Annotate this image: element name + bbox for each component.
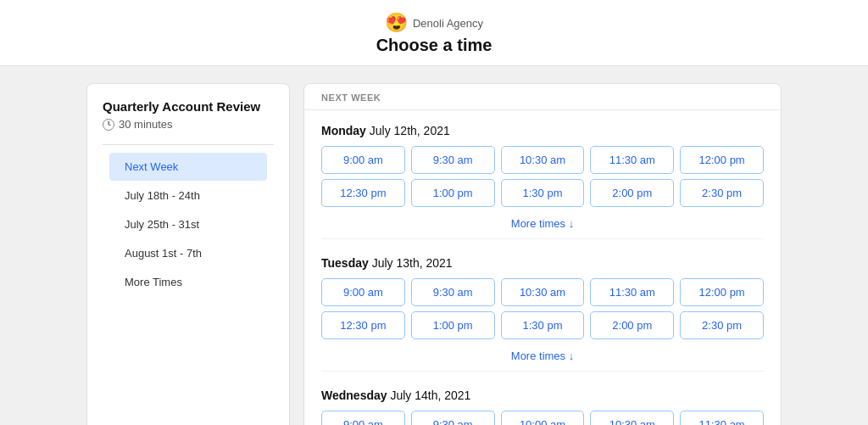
time-slot-tuesday-1[interactable]: 9:30 am: [411, 278, 495, 306]
time-slot-monday-3[interactable]: 11:30 am: [590, 146, 674, 174]
time-slot-tuesday-5[interactable]: 12:30 pm: [321, 311, 405, 339]
nav-item-july-25-31[interactable]: July 25th - 31st: [109, 210, 267, 238]
time-slot-tuesday-9[interactable]: 2:30 pm: [680, 311, 764, 339]
day-section-tuesday: Tuesday July 13th, 20219:00 am9:30 am10:…: [321, 243, 764, 375]
time-slots-row1-wednesday: 9:00 am9:30 am10:00 am10:30 am11:30 am: [321, 411, 764, 425]
day-heading-tuesday: Tuesday July 13th, 2021: [321, 256, 764, 270]
nav-items: Next WeekJuly 18th - 24thJuly 25th - 31s…: [103, 145, 274, 304]
time-slot-tuesday-6[interactable]: 1:00 pm: [411, 311, 495, 339]
agency-row: 😍 Denoli Agency: [385, 12, 483, 34]
time-slots-row2-tuesday: 12:30 pm1:00 pm1:30 pm2:00 pm2:30 pm: [321, 311, 764, 339]
time-slot-wednesday-3[interactable]: 10:30 am: [590, 411, 674, 425]
time-slot-monday-2[interactable]: 10:30 am: [501, 146, 585, 174]
panel-scroll: Monday July 12th, 20219:00 am9:30 am10:3…: [304, 110, 781, 425]
sidebar: Quarterly Account Review 30 minutes Next…: [86, 83, 290, 425]
main-content: Quarterly Account Review 30 minutes Next…: [86, 66, 782, 425]
time-slot-tuesday-4[interactable]: 12:00 pm: [680, 278, 764, 306]
time-slot-wednesday-0[interactable]: 9:00 am: [321, 411, 405, 425]
event-duration: 30 minutes: [103, 118, 274, 131]
time-slot-wednesday-4[interactable]: 11:30 am: [680, 411, 764, 425]
header: 😍 Denoli Agency Choose a time: [0, 0, 868, 66]
page-title: Choose a time: [376, 36, 492, 55]
time-slot-monday-5[interactable]: 12:30 pm: [321, 179, 405, 207]
time-slots-row1-tuesday: 9:00 am9:30 am10:30 am11:30 am12:00 pm: [321, 278, 764, 306]
time-slot-monday-0[interactable]: 9:00 am: [321, 146, 405, 174]
time-slot-wednesday-2[interactable]: 10:00 am: [501, 411, 585, 425]
time-slot-monday-8[interactable]: 2:00 pm: [590, 179, 674, 207]
time-slot-tuesday-0[interactable]: 9:00 am: [321, 278, 405, 306]
day-section-monday: Monday July 12th, 20219:00 am9:30 am10:3…: [321, 110, 764, 243]
time-slot-tuesday-7[interactable]: 1:30 pm: [501, 311, 585, 339]
nav-item-more-times[interactable]: More Times: [109, 268, 267, 296]
nav-item-next-week[interactable]: Next Week: [109, 153, 267, 181]
time-slot-tuesday-8[interactable]: 2:00 pm: [590, 311, 674, 339]
clock-icon: [103, 119, 114, 131]
event-title: Quarterly Account Review: [103, 99, 274, 114]
nav-item-july-18-24[interactable]: July 18th - 24th: [109, 182, 267, 210]
time-slot-tuesday-2[interactable]: 10:30 am: [501, 278, 585, 306]
time-slot-monday-9[interactable]: 2:30 pm: [680, 179, 764, 207]
day-section-wednesday: Wednesday July 14th, 20219:00 am9:30 am1…: [321, 375, 764, 425]
more-times-button-monday[interactable]: More times ↓: [321, 212, 764, 238]
time-slot-monday-7[interactable]: 1:30 pm: [501, 179, 585, 207]
time-slots-row1-monday: 9:00 am9:30 am10:30 am11:30 am12:00 pm: [321, 146, 764, 174]
day-heading-wednesday: Wednesday July 14th, 2021: [321, 389, 764, 402]
time-slots-row2-monday: 12:30 pm1:00 pm1:30 pm2:00 pm2:30 pm: [321, 179, 764, 207]
time-slot-monday-6[interactable]: 1:00 pm: [411, 179, 495, 207]
time-slot-tuesday-3[interactable]: 11:30 am: [590, 278, 674, 306]
sidebar-top: Quarterly Account Review 30 minutes Next…: [87, 84, 289, 425]
time-slot-monday-4[interactable]: 12:00 pm: [680, 146, 764, 174]
nav-item-aug-1-7[interactable]: August 1st - 7th: [109, 239, 267, 267]
time-slot-monday-1[interactable]: 9:30 am: [411, 146, 495, 174]
day-divider-1: [321, 371, 764, 372]
panel-label: NEXT WEEK: [304, 84, 781, 110]
time-slot-wednesday-1[interactable]: 9:30 am: [411, 411, 495, 425]
right-panel: NEXT WEEK Monday July 12th, 20219:00 am9…: [303, 83, 782, 425]
day-heading-monday: Monday July 12th, 2021: [321, 124, 764, 137]
agency-emoji: 😍: [385, 12, 408, 34]
agency-name: Denoli Agency: [413, 17, 483, 30]
more-times-button-tuesday[interactable]: More times ↓: [321, 344, 764, 371]
day-divider-0: [321, 238, 764, 239]
